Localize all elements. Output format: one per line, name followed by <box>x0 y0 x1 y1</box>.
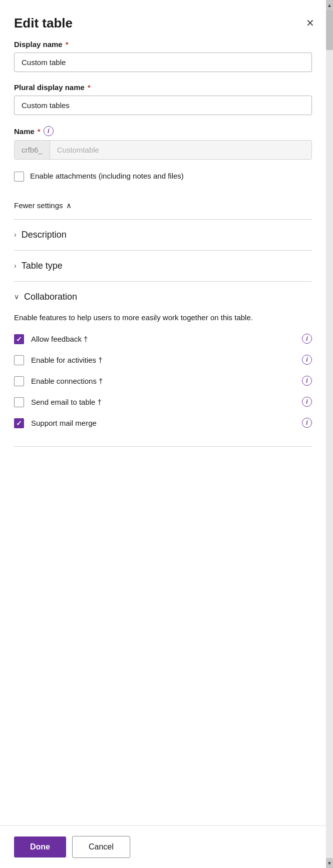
send-email-row: Send email to table † i <box>14 396 312 407</box>
display-name-group: Display name * <box>14 40 312 72</box>
enable-attachments-label: Enable attachments (including notes and … <box>30 171 184 182</box>
scroll-thumb[interactable] <box>326 10 333 50</box>
name-required: * <box>38 127 41 136</box>
description-chevron: › <box>14 231 17 239</box>
description-label: Description <box>22 230 67 240</box>
collaboration-content: Enable features to help users to more ea… <box>14 312 312 447</box>
name-prefix: crfb6_ <box>15 141 50 159</box>
support-mail-merge-row: Support mail merge i <box>14 417 312 428</box>
name-info-icon[interactable]: i <box>44 126 54 136</box>
display-name-input[interactable] <box>14 53 312 72</box>
fewer-settings-chevron: ∧ <box>66 201 72 210</box>
support-mail-merge-info-icon[interactable]: i <box>302 418 312 428</box>
name-value: Customtable <box>50 141 311 159</box>
description-section: › Description <box>14 220 312 251</box>
plural-display-name-input[interactable] <box>14 96 312 115</box>
done-button[interactable]: Done <box>14 836 66 857</box>
fewer-settings-label: Fewer settings <box>14 201 63 210</box>
enable-connections-info-icon[interactable]: i <box>302 376 312 386</box>
enable-activities-info-icon[interactable]: i <box>302 355 312 365</box>
enable-connections-left: Enable connections † <box>14 375 103 386</box>
send-email-left: Send email to table † <box>14 396 102 407</box>
enable-activities-left: Enable for activities † <box>14 354 103 365</box>
enable-connections-label: Enable connections † <box>31 377 103 385</box>
table-type-section-header[interactable]: › Table type <box>14 251 312 281</box>
allow-feedback-checkbox[interactable] <box>14 334 24 344</box>
plural-display-name-group: Plural display name * <box>14 83 312 115</box>
collaboration-label: Collaboration <box>24 292 77 302</box>
cancel-button[interactable]: Cancel <box>72 836 130 858</box>
table-type-label: Table type <box>22 261 63 271</box>
allow-feedback-left: Allow feedback † <box>14 333 88 344</box>
close-button[interactable]: ✕ <box>301 14 319 32</box>
close-icon: ✕ <box>306 17 314 29</box>
scroll-track[interactable] <box>326 10 333 858</box>
enable-activities-row: Enable for activities † i <box>14 354 312 365</box>
plural-display-name-label: Plural display name * <box>14 83 312 92</box>
fewer-settings-toggle[interactable]: Fewer settings ∧ <box>14 196 312 219</box>
enable-attachments-row: Enable attachments (including notes and … <box>14 171 312 182</box>
enable-connections-checkbox[interactable] <box>14 376 24 386</box>
display-name-required: * <box>66 40 69 49</box>
send-email-checkbox[interactable] <box>14 397 24 407</box>
collaboration-section-header[interactable]: ∨ Collaboration <box>14 282 312 312</box>
name-group: Name * i crfb6_ Customtable <box>14 126 312 160</box>
panel-content: Display name * Plural display name * Nam… <box>0 40 333 825</box>
edit-table-panel: ▲ ▼ Edit table ✕ Display name * Plural d… <box>0 0 333 868</box>
scroll-down-arrow[interactable]: ▼ <box>326 858 333 868</box>
enable-attachments-checkbox[interactable] <box>14 172 24 182</box>
table-type-section: › Table type <box>14 251 312 282</box>
plural-display-name-required: * <box>88 83 91 92</box>
collaboration-chevron: ∨ <box>14 293 19 301</box>
support-mail-merge-left: Support mail merge <box>14 417 97 428</box>
table-type-chevron: › <box>14 262 17 270</box>
enable-activities-checkbox[interactable] <box>14 355 24 365</box>
send-email-label: Send email to table † <box>31 398 102 406</box>
support-mail-merge-checkbox[interactable] <box>14 418 24 428</box>
display-name-label: Display name * <box>14 40 312 49</box>
collaboration-description: Enable features to help users to more ea… <box>14 312 312 324</box>
panel-title: Edit table <box>14 16 73 31</box>
panel-header: Edit table ✕ <box>0 0 333 40</box>
collaboration-section: ∨ Collaboration Enable features to help … <box>14 282 312 447</box>
name-label: Name * i <box>14 126 312 136</box>
enable-activities-label: Enable for activities † <box>31 356 103 364</box>
enable-connections-row: Enable connections † i <box>14 375 312 386</box>
support-mail-merge-label: Support mail merge <box>31 419 97 427</box>
send-email-info-icon[interactable]: i <box>302 397 312 407</box>
allow-feedback-row: Allow feedback † i <box>14 333 312 344</box>
name-field-wrapper: crfb6_ Customtable <box>14 140 312 160</box>
scroll-up-arrow[interactable]: ▲ <box>326 0 333 10</box>
description-section-header[interactable]: › Description <box>14 220 312 250</box>
scrollbar[interactable]: ▲ ▼ <box>326 0 333 868</box>
allow-feedback-info-icon[interactable]: i <box>302 334 312 344</box>
panel-footer: Done Cancel <box>0 825 333 868</box>
allow-feedback-label: Allow feedback † <box>31 335 88 343</box>
